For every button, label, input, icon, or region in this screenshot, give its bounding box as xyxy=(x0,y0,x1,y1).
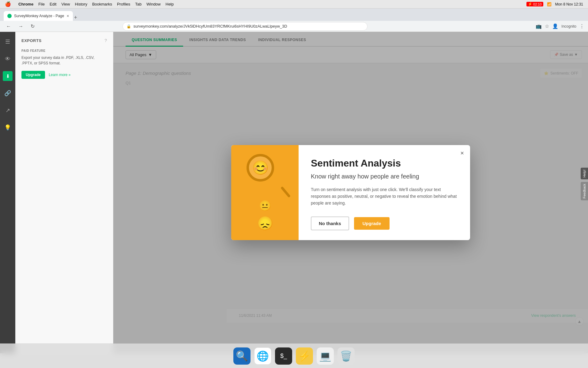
url-text: surveymonkey.com/analyze/JVk5lDHcyfUm83Y… xyxy=(134,24,287,29)
menu-file[interactable]: File xyxy=(38,2,45,6)
paid-feature-label: PAID FEATURE xyxy=(21,49,107,52)
menu-window[interactable]: Window xyxy=(146,2,160,6)
magnifier-glass: 😊 xyxy=(247,154,274,182)
battery-indicator: ⚡ 02:10 xyxy=(526,2,543,6)
left-sidebar: ☰ 👁 ⬇ 🔗 ↗ 💡 xyxy=(0,32,15,353)
exports-header: EXPORTS ? xyxy=(21,38,107,43)
address-bar: ← → ↻ 🔒 surveymonkey.com/analyze/JVk5lDH… xyxy=(0,21,588,32)
modal-illustration-panel: 😊 😐 😞 xyxy=(231,145,299,240)
bookmark-star-icon[interactable]: ☆ xyxy=(545,23,549,29)
incognito-icon: 👤 xyxy=(552,23,558,29)
modal-description: Turn on sentiment analysis with just one… xyxy=(311,186,458,207)
menu-chrome[interactable]: Chrome xyxy=(18,2,33,6)
cast-icon[interactable]: 📺 xyxy=(536,23,542,29)
back-button[interactable]: ← xyxy=(4,22,13,30)
modal-text-section: Sentiment Analysis Know right away how p… xyxy=(311,157,458,217)
sidebar-icon-filter[interactable]: ☰ xyxy=(3,37,13,47)
modal-overlay: × 😊 😐 😞 xyxy=(113,32,588,353)
chrome-tab-bar: SurveyMonkey Analyze - Page × + xyxy=(0,9,588,21)
menu-view[interactable]: View xyxy=(61,2,70,6)
emoji-stack: 😊 😐 😞 xyxy=(247,154,283,231)
sidebar-icon-download[interactable]: ⬇ xyxy=(3,71,13,81)
feedback-widget: Help! Feedback xyxy=(581,168,588,200)
tab-favicon xyxy=(7,14,12,18)
magnifier-graphic: 😊 xyxy=(247,154,283,191)
new-tab-button[interactable]: + xyxy=(74,14,77,21)
more-options-icon[interactable]: ⋮ xyxy=(579,23,584,29)
menu-items: Chrome File Edit View History Bookmarks … xyxy=(18,2,520,6)
url-box[interactable]: 🔒 surveymonkey.com/analyze/JVk5lDHcyfUm8… xyxy=(123,22,368,31)
modal-subtitle: Know right away how people are feeling xyxy=(311,173,458,180)
dock-trash[interactable]: 🗑️ xyxy=(337,347,355,365)
dock: 🔍 🌐 $_ ⚡ 💻 🗑️ xyxy=(0,343,588,368)
sidebar-icon-link[interactable]: 🔗 xyxy=(3,88,13,98)
happy-face-icon: 😊 xyxy=(252,160,269,176)
modal-upgrade-button[interactable]: Upgrade xyxy=(354,217,390,230)
sidebar-learn-more-button[interactable]: Learn more » xyxy=(49,73,70,77)
active-tab[interactable]: SurveyMonkey Analyze - Page × xyxy=(4,11,73,21)
menubar-right: ⚡ 02:10 📶 Mon 8 Nov 12:31 xyxy=(526,2,583,6)
mac-menubar: 🍎 Chrome File Edit View History Bookmark… xyxy=(0,0,588,9)
menu-tab[interactable]: Tab xyxy=(135,2,141,6)
modal-title: Sentiment Analysis xyxy=(311,157,458,169)
sidebar-upgrade-button[interactable]: Upgrade xyxy=(21,71,45,79)
apple-menu[interactable]: 🍎 xyxy=(5,1,11,7)
paid-feature-box: PAID FEATURE Export your survey data in … xyxy=(21,49,107,79)
forward-button[interactable]: → xyxy=(16,22,26,30)
address-bar-right: 📺 ☆ 👤 Incognito ⋮ xyxy=(536,23,584,29)
clock: Mon 8 Nov 12:31 xyxy=(555,2,583,6)
dock-lightning[interactable]: ⚡ xyxy=(296,347,313,365)
menu-history[interactable]: History xyxy=(75,2,87,6)
no-thanks-button[interactable]: No thanks xyxy=(311,217,349,230)
sidebar-icon-lightbulb[interactable]: 💡 xyxy=(3,123,13,132)
wifi-icon: 📶 xyxy=(547,2,552,6)
tab-close-icon[interactable]: × xyxy=(66,13,69,18)
dock-laptop[interactable]: 💻 xyxy=(317,347,334,365)
lock-icon: 🔒 xyxy=(126,24,131,29)
modal-actions: No thanks Upgrade xyxy=(311,217,458,230)
exports-help-icon[interactable]: ? xyxy=(104,38,107,43)
paid-feature-text: Export your survey data in .PDF, .XLS, .… xyxy=(21,55,107,66)
modal-content-panel: Sentiment Analysis Know right away how p… xyxy=(299,145,470,240)
sentiment-analysis-modal: × 😊 😐 😞 xyxy=(231,145,470,240)
help-tab[interactable]: Help! xyxy=(581,168,588,179)
chrome-tabs-container: SurveyMonkey Analyze - Page × + xyxy=(4,9,77,21)
sidebar-icon-eye[interactable]: 👁 xyxy=(3,54,13,64)
tab-title: SurveyMonkey Analyze - Page xyxy=(14,14,64,18)
dock-chrome[interactable]: 🌐 xyxy=(254,347,271,365)
incognito-label: Incognito xyxy=(561,24,576,29)
reload-button[interactable]: ↻ xyxy=(28,22,37,30)
secondary-sidebar: EXPORTS ? PAID FEATURE Export your surve… xyxy=(15,32,113,353)
feedback-tab[interactable]: Feedback xyxy=(581,182,588,200)
magnifier-handle xyxy=(281,186,291,197)
menu-bookmarks[interactable]: Bookmarks xyxy=(92,2,112,6)
menu-help[interactable]: Help xyxy=(166,2,174,6)
menu-profiles[interactable]: Profiles xyxy=(117,2,130,6)
dock-finder[interactable]: 🔍 xyxy=(233,347,251,365)
neutral-face-icon: 😐 xyxy=(258,199,271,212)
sidebar-icon-share[interactable]: ↗ xyxy=(3,105,13,115)
sad-face-icon: 😞 xyxy=(257,215,273,231)
main-content: QUESTION SUMMARIES INSIGHTS AND DATA TRE… xyxy=(113,32,588,353)
app-layout: ☰ 👁 ⬇ 🔗 ↗ 💡 EXPORTS ? PAID FEATURE Expor… xyxy=(0,32,588,353)
exports-title: EXPORTS xyxy=(21,38,42,43)
dock-terminal[interactable]: $_ xyxy=(275,347,292,365)
menu-edit[interactable]: Edit xyxy=(50,2,56,6)
